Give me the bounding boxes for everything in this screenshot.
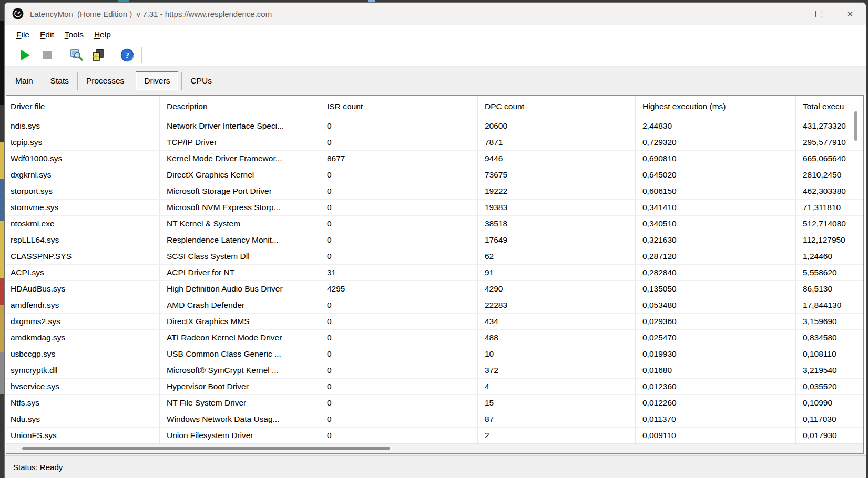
table-cell: AMD Crash Defender [160,297,320,313]
table-cell: 0 [320,118,478,134]
table-row[interactable]: amdkmdag.sysATI Radeon Kernel Mode Drive… [6,330,863,346]
table-row[interactable]: Ntfs.sysNT File System Driver0150,012260… [6,395,863,411]
table-row[interactable]: ndis.sysNetwork Driver Interface Speci..… [6,118,863,134]
table-row[interactable]: hvservice.sysHypervisor Boot Driver040,0… [6,379,863,395]
stop-icon [43,51,52,59]
table-cell: 4295 [320,281,478,297]
menu-bar: File Edit Tools Help [5,25,866,44]
table-cell: Kernel Mode Driver Framewor... [160,151,320,167]
table-cell: 0 [320,379,478,394]
vertical-scrollbar-thumb[interactable] [854,111,857,141]
table-cell: 62 [478,248,636,264]
table-cell: 434 [478,314,636,329]
column-header-highest-execution[interactable]: Highest execution (ms) [636,96,796,118]
table-cell: 0,035520 [796,379,863,394]
column-header-driver-file[interactable]: Driver file [6,96,160,118]
close-button[interactable]: ✕ [834,3,866,25]
table-row[interactable]: ntoskrnl.exeNT Kernel & System0385180,34… [6,216,863,232]
table-row[interactable]: ACPI.sysACPI Driver for NT31910,2828405,… [6,265,863,281]
start-monitor-button[interactable] [14,46,36,64]
table-cell: 0,01680 [636,362,796,378]
drivers-table: Driver file Description ISR count DPC co… [6,95,864,454]
table-cell: DirectX Graphics Kernel [160,167,320,183]
table-cell: 112,127950 [796,232,863,248]
maximize-button[interactable] [803,3,834,25]
table-cell: 0,340510 [636,216,796,232]
table-cell: 0 [320,411,478,427]
table-cell: 0 [320,428,478,443]
tab-drivers[interactable]: Drivers [136,71,178,90]
stop-monitor-button[interactable] [36,46,58,64]
table-cell: ACPI.sys [6,265,160,280]
toolbar-separator [141,47,142,63]
table-cell: ACPI Driver for NT [160,265,320,280]
column-header-total-execution[interactable]: Total execu [796,96,863,118]
help-button[interactable]: ? [116,46,138,64]
table-cell: 0 [320,346,478,362]
table-cell: 0,287120 [636,248,796,264]
menu-edit[interactable]: Edit [35,28,59,41]
table-cell: 0 [320,330,478,346]
table-row[interactable]: amdfendr.sysAMD Crash Defender0222830,05… [6,297,863,314]
window-title: LatencyMon (Home Edition ) v 7.31 - http… [30,9,272,18]
table-row[interactable]: HDAudBus.sysHigh Definition Audio Bus Dr… [6,281,863,297]
tab-cpus[interactable]: CPUs [182,71,220,90]
tab-stats[interactable]: Stats [42,71,77,90]
horizontal-scrollbar[interactable] [6,443,863,453]
table-cell: 10 [478,346,636,362]
menu-tools[interactable]: Tools [59,28,89,41]
table-cell: 0,10990 [796,395,863,411]
table-cell: amdfendr.sys [6,297,160,313]
table-row[interactable]: dxgkrnl.sysDirectX Graphics Kernel073675… [6,167,863,183]
tab-bar: Main Stats Processes Drivers CPUs [5,67,866,95]
table-cell: 87 [478,411,636,427]
svg-text:?: ? [125,51,129,60]
table-cell: tcpip.sys [6,134,160,150]
column-header-dpc-count[interactable]: DPC count [478,96,636,118]
column-header-description[interactable]: Description [160,96,320,118]
table-cell: NT File System Driver [160,395,320,411]
table-cell: 0 [320,183,478,199]
table-cell: 0,729320 [636,134,796,150]
table-cell: hvservice.sys [6,379,160,394]
table-cell: ATI Radeon Kernel Mode Driver [160,330,320,346]
table-row[interactable]: symcryptk.dllMicrosoft® SymCrypt Kernel … [6,362,863,379]
table-cell: ndis.sys [6,118,160,134]
table-cell: 19383 [478,200,636,215]
background-window-sliver [0,278,4,305]
table-row[interactable]: tcpip.sysTCP/IP Driver078710,729320295,5… [6,134,863,151]
menu-file[interactable]: File [11,28,35,41]
tab-processes[interactable]: Processes [78,71,132,90]
processes-button[interactable] [87,46,109,64]
app-icon [12,8,24,19]
menu-help[interactable]: Help [89,28,116,41]
table-cell: 0,108110 [796,346,863,362]
horizontal-scrollbar-thumb[interactable] [22,447,390,450]
column-header-isr-count[interactable]: ISR count [320,96,478,118]
table-cell: 4 [478,379,636,394]
minimize-button[interactable] [771,3,803,25]
table-cell: 15 [478,395,636,411]
table-row[interactable]: storport.sysMicrosoft Storage Port Drive… [6,183,863,200]
table-row[interactable]: CLASSPNP.SYSSCSI Class System Dll0620,28… [6,248,863,265]
table-row[interactable]: UnionFS.sysUnion Filesystem Driver020,00… [6,428,863,444]
table-cell: 91 [478,265,636,280]
table-row[interactable]: rspLLL64.sysResplendence Latency Monit..… [6,232,863,248]
table-cell: 0 [320,314,478,329]
table-row[interactable]: Ndu.sysWindows Network Data Usag...0870,… [6,411,863,428]
table-cell: 0,282840 [636,265,796,280]
table-cell: CLASSPNP.SYS [6,248,160,264]
table-row[interactable]: dxgmms2.sysDirectX Graphics MMS04340,029… [6,314,863,330]
table-cell: NT Kernel & System [160,216,320,232]
table-row[interactable]: usbccgp.sysUSB Common Class Generic ...0… [6,346,863,362]
table-row[interactable]: stornvme.sysMicrosoft NVM Express Storp.… [6,200,863,216]
table-cell: 0,009110 [636,428,796,443]
table-cell: stornvme.sys [6,200,160,215]
table-cell: Microsoft NVM Express Storp... [160,200,320,215]
tab-main[interactable]: Main [7,71,42,90]
table-cell: 462,303380 [796,183,863,199]
table-cell: 0 [320,167,478,183]
table-row[interactable]: Wdf01000.sysKernel Mode Driver Framewor.… [6,151,863,167]
analyzer-button[interactable] [65,46,87,64]
table-cell: Windows Network Data Usag... [160,411,320,427]
